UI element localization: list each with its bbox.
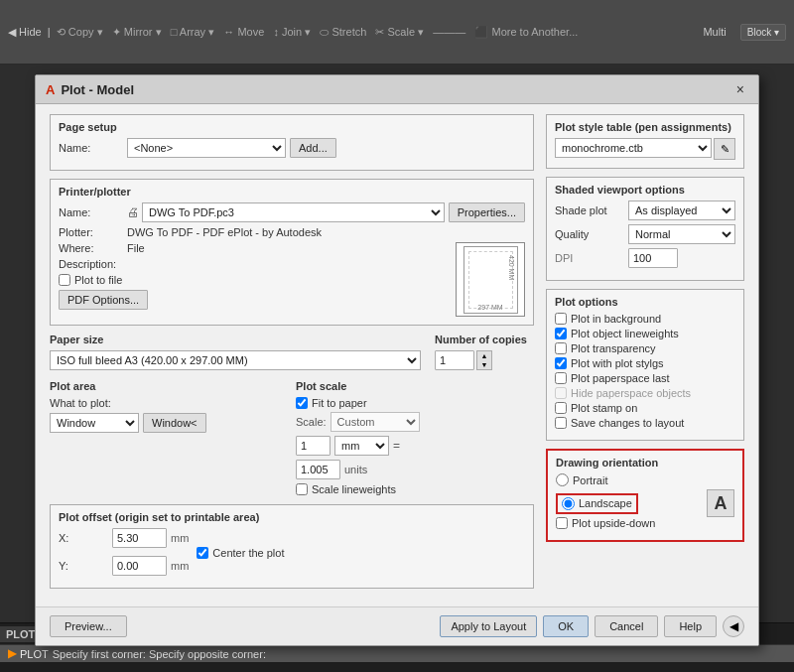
shade-plot-select[interactable]: As displayed: [628, 201, 735, 220]
add-button[interactable]: Add...: [290, 138, 336, 158]
shaded-viewport-section: Shaded viewport options Shade plot As di…: [546, 177, 744, 281]
scale-lineweights-checkbox[interactable]: [296, 483, 308, 495]
plotter-label: Plotter:: [59, 226, 123, 238]
landscape-radio[interactable]: [562, 497, 575, 510]
block-button[interactable]: Block ▾: [740, 24, 786, 41]
preview-button[interactable]: Preview...: [50, 615, 127, 637]
status-arrow: ▶: [8, 647, 16, 660]
fit-to-paper-checkbox[interactable]: [296, 397, 308, 409]
x-value-input[interactable]: 5.30: [112, 528, 167, 548]
cancel-button[interactable]: Cancel: [595, 615, 658, 637]
dialog-right-panel: Plot style table (pen assignments) monoc…: [546, 114, 744, 597]
plot-styles-checkbox[interactable]: [555, 357, 567, 369]
where-label: Where:: [59, 242, 123, 254]
plot-stamp-checkbox[interactable]: [555, 402, 567, 414]
portrait-label: Portrait: [573, 474, 607, 486]
copies-label: Number of copies: [435, 334, 534, 345]
printer-section: Printer/plotter Name: 🖨 DWG To PDF.pc3 P…: [50, 179, 534, 326]
copies-input[interactable]: 1: [435, 350, 474, 370]
y-unit-label: mm: [171, 560, 189, 572]
shade-plot-label: Shade plot: [555, 204, 624, 216]
what-to-plot-select[interactable]: Window: [50, 413, 139, 433]
quality-select[interactable]: Normal: [628, 224, 735, 244]
what-to-plot-row: What to plot:: [50, 397, 288, 409]
dialog-footer: Preview... Apply to Layout OK Cancel Hel…: [36, 606, 758, 645]
hide-paperspace-checkbox: [555, 387, 567, 399]
plot-style-edit-button[interactable]: ✎: [714, 138, 735, 160]
page-setup-section: Page setup Name: <None> Add...: [50, 114, 534, 171]
plot-lineweights-checkbox[interactable]: [555, 328, 567, 339]
page-setup-name-select[interactable]: <None>: [127, 138, 286, 158]
dpi-input: 100: [628, 248, 678, 268]
dpi-row: DPI 100: [555, 248, 735, 268]
plot-command-label: PLOT: [20, 648, 49, 660]
scale-value1[interactable]: [296, 436, 331, 456]
shade-plot-row: Shade plot As displayed: [555, 201, 735, 220]
scale-unit1-select[interactable]: mm: [334, 436, 389, 456]
plot-transparency-checkbox[interactable]: [555, 342, 567, 354]
plot-scale-section: Plot scale Fit to paper Scale: Custom: [296, 380, 534, 498]
scale-units-row: units: [296, 460, 534, 479]
plot-to-file-label: Plot to file: [74, 274, 122, 286]
dialog-body: Page setup Name: <None> Add... Printer/p…: [36, 104, 758, 606]
scale-values-row: mm =: [296, 436, 534, 456]
ok-button[interactable]: OK: [543, 615, 589, 637]
dialog-left-panel: Page setup Name: <None> Add... Printer/p…: [50, 114, 534, 597]
apply-layout-button[interactable]: Apply to Layout: [440, 615, 537, 637]
shaded-viewport-label: Shaded viewport options: [555, 184, 735, 196]
save-changes-checkbox[interactable]: [555, 417, 567, 429]
plot-transparency-row: Plot transparency: [555, 342, 735, 354]
status-line2: ▶ PLOT Specify first corner: Specify opp…: [0, 645, 794, 662]
x-label: X:: [59, 532, 108, 544]
window-button[interactable]: Window<: [143, 413, 206, 433]
plot-options-label: Plot options: [555, 296, 735, 308]
fit-to-paper-label: Fit to paper: [312, 397, 367, 409]
printer-name-select[interactable]: DWG To PDF.pc3: [142, 202, 445, 222]
dialog-overlay: A Plot - Model × Page setup Name: <None>…: [0, 65, 794, 622]
properties-button[interactable]: Properties...: [449, 202, 525, 222]
dpi-label: DPI: [555, 252, 624, 264]
expand-button[interactable]: ◀: [723, 615, 744, 637]
dialog-close-button[interactable]: ×: [732, 81, 748, 97]
plot-style-select[interactable]: monochrome.ctb: [555, 138, 712, 158]
portrait-radio[interactable]: [556, 473, 569, 486]
save-changes-label: Save changes to layout: [571, 417, 684, 429]
scale-value2[interactable]: [296, 460, 340, 479]
plot-to-file-checkbox[interactable]: [59, 274, 70, 286]
plot-upside-down-label: Plot upside-down: [572, 517, 655, 529]
hide-paperspace-row: Hide paperspace objects: [555, 387, 735, 399]
scale-select[interactable]: Custom: [331, 412, 420, 432]
preview-size-label2: 297 MM: [477, 304, 502, 311]
plot-upside-down-checkbox[interactable]: [556, 517, 568, 529]
dialog-title: Plot - Model: [61, 82, 731, 97]
plot-area-section: Plot area What to plot: Window Window<: [50, 380, 288, 498]
plot-paperspace-last-checkbox[interactable]: [555, 372, 567, 384]
paper-size-select[interactable]: ISO full bleed A3 (420.00 x 297.00 MM): [50, 350, 421, 370]
scale-label: Scale:: [296, 416, 327, 428]
plot-styles-row: Plot with plot stylgs: [555, 357, 735, 369]
plot-style-label: Plot style table (pen assignments): [555, 121, 735, 133]
offset-rows: X: 5.30 mm Y: 0.00 mm: [59, 528, 525, 580]
plot-bg-checkbox[interactable]: [555, 313, 567, 325]
copies-spinner[interactable]: ▲ ▼: [476, 350, 492, 370]
paper-size-label: Paper size: [50, 334, 421, 345]
help-button[interactable]: Help: [664, 615, 717, 637]
plotter-value: DWG To PDF - PDF ePlot - by Autodesk: [127, 226, 322, 238]
page-setup-name-row: Name: <None> Add...: [59, 138, 525, 158]
what-to-plot-label: What to plot:: [50, 397, 111, 409]
window-row: Window Window<: [50, 413, 288, 433]
center-plot-checkbox[interactable]: [197, 547, 208, 559]
plot-stamp-row: Plot stamp on: [555, 402, 735, 414]
drawing-orientation-section: Drawing orientation Portrait Landscape A: [546, 449, 744, 542]
multi-label: Multi: [703, 26, 731, 38]
y-value-input[interactable]: 0.00: [112, 556, 167, 576]
copies-up[interactable]: ▲: [477, 351, 491, 360]
status-command-text: Specify first corner: Specify opposite c…: [53, 648, 266, 660]
scale-row: Scale: Custom: [296, 412, 534, 432]
copies-down[interactable]: ▼: [477, 360, 491, 369]
y-offset-row: Y: 0.00 mm: [59, 556, 189, 576]
pdf-options-button[interactable]: PDF Options...: [59, 290, 148, 310]
preview-size-label1: 420 MM: [508, 255, 515, 280]
equals-sign: =: [393, 439, 400, 453]
plot-paperspace-last-label: Plot paperspace last: [571, 372, 670, 384]
